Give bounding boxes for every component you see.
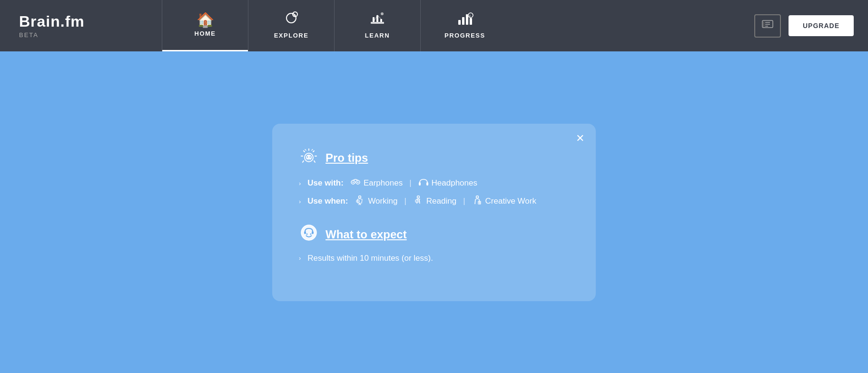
svg-line-29 [314, 161, 315, 162]
brand-beta: BETA [19, 31, 143, 39]
earphones-label: Earphones [364, 178, 403, 188]
close-button[interactable]: ✕ [576, 133, 584, 144]
use-when-label: Use when: [307, 196, 348, 206]
svg-rect-10 [466, 14, 468, 25]
nav-item-progress[interactable]: i PROGRESS [421, 0, 509, 51]
svg-point-48 [476, 196, 478, 198]
use-with-label: Use with: [307, 178, 344, 188]
reading-icon [413, 196, 424, 207]
svg-point-35 [352, 181, 354, 183]
use-when-row: › Use when: Working [299, 196, 569, 207]
navbar: Brain.fm BETA 🏠 HOME EXPLORE [0, 0, 868, 51]
device-separator: | [409, 178, 411, 188]
profile-button[interactable] [754, 14, 781, 38]
nav-logo: Brain.fm BETA [0, 0, 162, 51]
use-with-row: › Use with: Earphones | [299, 178, 569, 189]
activity-sep-2: | [463, 196, 465, 206]
svg-line-41 [360, 203, 361, 205]
svg-line-30 [303, 161, 304, 162]
svg-rect-54 [312, 231, 314, 234]
svg-point-22 [307, 156, 308, 157]
tips-card: ✕ [272, 124, 596, 301]
nav-explore-label: EXPLORE [274, 32, 309, 39]
expect-result-row: › Results within 10 minutes (or less). [299, 254, 569, 263]
reading-item: Reading [413, 196, 456, 207]
expect-arrow: › [299, 255, 301, 262]
pro-tips-header: Pro tips [299, 147, 569, 169]
svg-rect-37 [419, 182, 421, 186]
creative-work-item: Creative Work [472, 196, 536, 207]
working-item: Working [355, 196, 397, 207]
nav-item-home[interactable]: 🏠 HOME [162, 0, 248, 51]
creative-work-icon [472, 196, 483, 207]
svg-line-32 [305, 149, 306, 150]
svg-rect-8 [458, 20, 461, 25]
expect-result-text: Results within 10 minutes (or less). [307, 254, 433, 263]
svg-point-56 [310, 233, 312, 235]
svg-rect-19 [763, 21, 764, 27]
svg-rect-53 [304, 231, 306, 234]
activity-sep-1: | [404, 196, 406, 206]
svg-line-46 [419, 199, 420, 204]
nav-learn-label: LEARN [365, 32, 390, 39]
upgrade-button[interactable]: UPGRADE [789, 15, 854, 36]
nav-item-learn[interactable]: LEARN [335, 0, 420, 51]
home-icon: 🏠 [197, 13, 214, 27]
svg-point-7 [381, 12, 384, 15]
svg-point-55 [306, 233, 308, 235]
headphones-item: Headphones [418, 178, 477, 189]
svg-rect-6 [380, 19, 382, 22]
working-label: Working [368, 196, 397, 206]
svg-rect-9 [462, 17, 464, 25]
svg-rect-11 [470, 18, 472, 25]
svg-point-36 [357, 181, 358, 183]
expect-header: What to expect [299, 223, 569, 247]
svg-rect-38 [426, 182, 428, 186]
svg-point-44 [417, 196, 419, 198]
svg-point-23 [310, 156, 311, 157]
nav-spacer [509, 0, 740, 51]
earphones-icon [350, 178, 361, 189]
headphones-label: Headphones [432, 178, 477, 188]
pro-tips-icon [299, 147, 319, 169]
headphones-icon [418, 178, 429, 189]
pro-tips-section: Pro tips › Use with: [299, 147, 569, 207]
nav-progress-label: PROGRESS [444, 32, 485, 39]
pro-tips-title: Pro tips [326, 151, 368, 165]
learn-icon [369, 11, 386, 29]
progress-icon: i [456, 11, 473, 29]
use-when-arrow: › [299, 198, 301, 205]
nav-item-explore[interactable]: EXPLORE [248, 0, 334, 51]
brand-name: Brain.fm [19, 13, 143, 30]
nav-right: UPGRADE [740, 0, 868, 51]
reading-label: Reading [426, 196, 456, 206]
svg-rect-3 [371, 22, 384, 24]
svg-line-26 [304, 151, 305, 152]
explore-icon [283, 11, 300, 29]
svg-line-31 [312, 149, 313, 150]
svg-point-0 [286, 13, 296, 23]
working-icon [355, 196, 365, 207]
use-with-arrow: › [299, 180, 301, 187]
svg-line-25 [313, 151, 314, 152]
creative-work-label: Creative Work [485, 196, 536, 206]
expect-title: What to expect [326, 228, 407, 241]
main-content: ✕ [0, 51, 868, 373]
expect-icon [299, 223, 319, 247]
svg-point-39 [359, 196, 361, 198]
what-to-expect-section: What to expect › Results within 10 minut… [299, 223, 569, 263]
nav-home-label: HOME [195, 30, 216, 37]
svg-text:i: i [469, 14, 470, 18]
earphones-item: Earphones [350, 178, 403, 189]
